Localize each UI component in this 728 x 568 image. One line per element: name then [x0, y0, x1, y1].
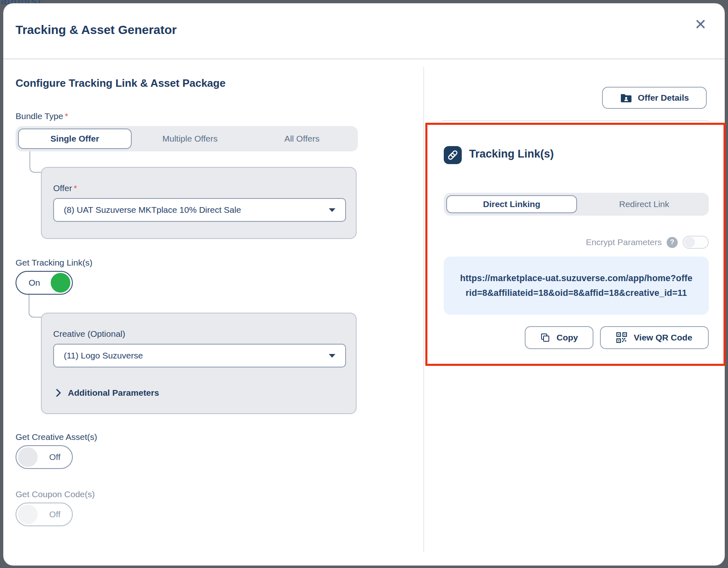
get-coupon-codes-label: Get Coupon Code(s) — [16, 489, 95, 499]
toggle-state-text: Off — [49, 509, 61, 519]
encrypt-parameters-row: Encrypt Parameters ? — [586, 234, 709, 250]
additional-parameters-label: Additional Parameters — [68, 388, 159, 398]
creative-select-value: (11) Logo Suzuverse — [64, 351, 143, 361]
bundle-type-segmented-control: Single Offer Multiple Offers All Offers — [16, 126, 358, 151]
get-creative-assets-toggle[interactable]: Off — [16, 445, 73, 469]
tracking-links-heading: Tracking Link(s) — [469, 148, 554, 160]
modal-title: Tracking & Asset Generator — [16, 23, 177, 37]
column-divider — [423, 67, 424, 552]
toggle-knob — [51, 273, 70, 293]
link-action-buttons: Copy — [525, 326, 709, 349]
creative-label: Creative (Optional) — [53, 329, 125, 339]
offer-select-value: (8) UAT Suzuverse MKTplace 10% Direct Sa… — [64, 205, 241, 215]
red-annotation-box: Tracking Link(s) Direct Linking Redirect… — [425, 123, 726, 366]
toggle-state-text: Off — [49, 452, 61, 462]
toggle-knob — [684, 237, 695, 248]
copy-button[interactable]: Copy — [525, 326, 593, 349]
required-asterisk: * — [74, 183, 77, 193]
creative-select[interactable]: (11) Logo Suzuverse — [53, 344, 346, 367]
additional-parameters-expander[interactable]: Additional Parameters — [56, 388, 159, 398]
get-tracking-links-toggle[interactable]: On — [16, 271, 73, 295]
toggle-knob — [18, 505, 38, 524]
view-qr-label: View QR Code — [634, 333, 692, 343]
offer-details-label: Offer Details — [638, 93, 689, 103]
tracking-url-line-1: https://marketplace-uat.suzuverse.com/ap… — [460, 271, 692, 285]
toggle-knob — [18, 447, 38, 467]
modal-header: Tracking & Asset Generator ✕ — [3, 3, 725, 59]
encrypt-parameters-label: Encrypt Parameters — [586, 237, 662, 247]
get-coupon-codes-toggle[interactable]: Off — [16, 503, 73, 526]
offer-details-button[interactable]: Offer Details — [602, 87, 707, 109]
copy-label: Copy — [557, 333, 578, 343]
link-icon — [444, 146, 462, 164]
configure-section-heading: Configure Tracking Link & Asset Package — [16, 77, 225, 90]
tab-redirect-link[interactable]: Redirect Link — [580, 193, 709, 216]
offer-label: Offer* — [53, 183, 77, 193]
folder-user-icon — [620, 93, 631, 103]
segment-single-offer[interactable]: Single Offer — [18, 128, 132, 149]
link-type-segmented-control: Direct Linking Redirect Link — [444, 193, 709, 216]
get-tracking-links-label: Get Tracking Link(s) — [16, 258, 92, 268]
toggle-state-text: On — [29, 278, 40, 288]
tracking-url-box: https://marketplace-uat.suzuverse.com/ap… — [444, 257, 709, 315]
segment-multiple-offers[interactable]: Multiple Offers — [134, 126, 246, 151]
help-icon[interactable]: ? — [667, 237, 678, 248]
tab-direct-linking[interactable]: Direct Linking — [446, 195, 577, 213]
segment-all-offers[interactable]: All Offers — [246, 126, 358, 151]
bundle-type-label-text: Bundle Type — [16, 111, 63, 121]
tracking-url-line-2: rid=8&affiliateid=18&oid=8&affid=18&crea… — [465, 286, 687, 300]
encrypt-parameters-toggle[interactable] — [683, 236, 709, 249]
tracking-asset-generator-modal: Tracking & Asset Generator ✕ Configure T… — [3, 3, 725, 566]
bundle-type-label: Bundle Type* — [16, 111, 68, 121]
chevron-down-icon — [329, 208, 335, 212]
qr-code-icon — [616, 332, 627, 343]
chevron-right-icon — [56, 388, 61, 397]
view-qr-code-button[interactable]: View QR Code — [600, 326, 709, 349]
connector-toggle-to-creative — [29, 295, 42, 318]
offer-select[interactable]: (8) UAT Suzuverse MKTplace 10% Direct Sa… — [53, 198, 346, 222]
chevron-down-icon — [329, 354, 335, 358]
offer-panel: Offer* (8) UAT Suzuverse MKTplace 10% Di… — [41, 167, 357, 239]
creative-panel: Creative (Optional) (11) Logo Suzuverse … — [41, 313, 357, 414]
required-asterisk: * — [65, 111, 68, 121]
copy-icon — [540, 333, 550, 343]
get-creative-assets-label: Get Creative Asset(s) — [16, 432, 97, 442]
close-icon[interactable]: ✕ — [694, 17, 707, 32]
offer-label-text: Offer — [53, 183, 72, 193]
